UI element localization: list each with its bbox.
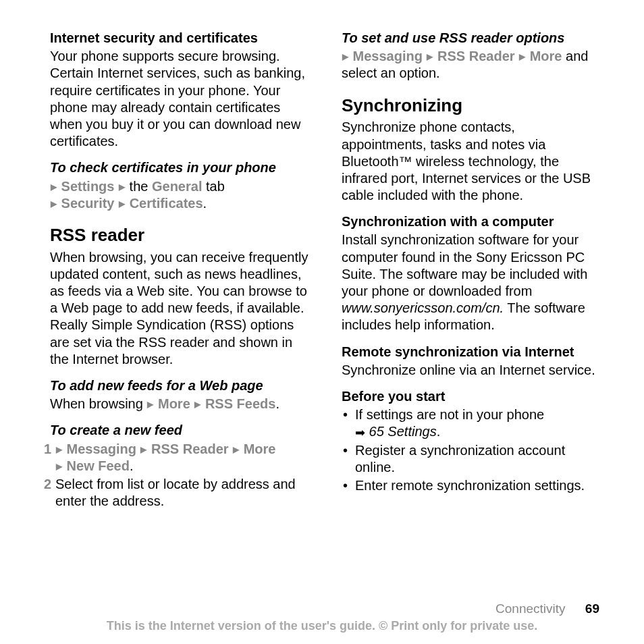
subheading-internet-security: Internet security and certificates [50, 30, 309, 47]
instr-heading-check-certs: To check certificates in your phone [50, 159, 309, 176]
list-item-text: Select from list or locate by address an… [55, 476, 309, 510]
text-period: . [203, 196, 207, 211]
list-item: 1 ▶ Messaging ▶ RSS Reader ▶ More ▶ New … [38, 441, 309, 475]
triangle-icon: ▶ [118, 182, 126, 192]
page-footer: Connectivity 69 This is the Internet ver… [0, 601, 644, 633]
nav-messaging: Messaging [353, 49, 423, 63]
text-url: www.sonyericsson.com/cn. [342, 300, 504, 315]
section-heading-rss: RSS reader [50, 224, 309, 246]
nav-path-create-feed: ▶ Messaging ▶ RSS Reader ▶ More ▶ New Fe… [55, 441, 309, 475]
body-rss-reader: When browsing, you can receive frequentl… [50, 249, 309, 368]
nav-more: More [158, 396, 190, 411]
nav-path-check-certs-2: ▶ Security ▶ Certificates. [50, 195, 309, 212]
nav-path-check-certs-1: ▶ Settings ▶ the General tab [50, 178, 309, 195]
body-internet-security: Your phone supports secure browsing. Cer… [50, 48, 309, 150]
body-remote-sync: Synchronize online via an Internet servi… [342, 362, 601, 379]
triangle-icon: ▶ [50, 182, 57, 192]
list-item: Enter remote synchronization settings. [355, 477, 601, 494]
triangle-icon: ▶ [50, 199, 57, 209]
triangle-icon: ▶ [140, 445, 147, 454]
list-item: If settings are not in your phone ➡ 65 S… [355, 406, 601, 440]
text-period: . [130, 458, 134, 473]
body-sync-computer: Install synchronization software for you… [342, 232, 601, 333]
nav-rss-reader: RSS Reader [437, 49, 515, 63]
nav-rss-feeds: RSS Feeds [205, 396, 275, 411]
nav-new-feed: New Feed [67, 458, 130, 473]
nav-path-add-feeds: When browsing ▶ More ▶ RSS Feeds. [50, 396, 309, 412]
text-when-browsing: When browsing [50, 396, 146, 411]
triangle-icon: ▶ [146, 400, 154, 409]
nav-more: More [244, 441, 276, 456]
nav-rss-reader: RSS Reader [151, 441, 229, 456]
instr-heading-rss-options: To set and use RSS reader options [342, 30, 601, 47]
list-item: 2 Select from list or locate by address … [38, 476, 309, 510]
text-period: . [275, 396, 279, 411]
nav-more: More [530, 49, 562, 63]
text-the: the [126, 179, 152, 194]
nav-general: General [152, 179, 202, 194]
nav-security: Security [61, 196, 115, 211]
triangle-icon: ▶ [55, 445, 63, 454]
text-period: . [437, 424, 441, 439]
right-column: To set and use RSS reader options ▶ Mess… [342, 30, 601, 511]
footer-section-name: Connectivity [495, 601, 566, 616]
subheading-sync-computer: Synchronization with a computer [342, 213, 601, 230]
list-item: Register a synchronization account onlin… [355, 442, 601, 476]
footer-page-info: Connectivity 69 [0, 601, 644, 616]
nav-certificates: Certificates [130, 196, 203, 211]
link-arrow-icon: ➡ [355, 425, 365, 441]
text-pre: Install synchronization software for you… [342, 232, 587, 298]
triangle-icon: ▶ [518, 52, 526, 61]
text-columns: Internet security and certificates Your … [50, 30, 601, 511]
triangle-icon: ▶ [342, 52, 349, 61]
page-root: Internet security and certificates Your … [0, 0, 644, 644]
triangle-icon: ▶ [55, 462, 63, 471]
bullet-list-before-start: If settings are not in your phone ➡ 65 S… [342, 406, 601, 494]
nav-path-rss-options: ▶ Messaging ▶ RSS Reader ▶ More and sele… [342, 48, 601, 82]
triangle-icon: ▶ [118, 199, 126, 209]
instr-heading-create-feed: To create a new feed [50, 422, 309, 439]
triangle-icon: ▶ [232, 445, 240, 454]
subheading-remote-sync: Remote synchronization via Internet [342, 344, 601, 360]
text-b1-pre: If settings are not in your phone [355, 407, 544, 422]
list-number-2: 2 [38, 476, 55, 510]
body-sync: Synchronize phone contacts, appointments… [342, 119, 601, 204]
link-65-settings: 65 Settings [369, 424, 437, 439]
footer-disclaimer: This is the Internet version of the user… [0, 619, 644, 633]
left-column: Internet security and certificates Your … [50, 30, 309, 511]
footer-page-number: 69 [585, 601, 599, 616]
instr-heading-add-feeds: To add new feeds for a Web page [50, 377, 309, 394]
nav-settings: Settings [61, 179, 115, 194]
section-heading-sync: Synchronizing [342, 95, 601, 117]
list-number-1: 1 [38, 441, 55, 475]
nav-messaging: Messaging [67, 441, 136, 456]
text-tab: tab [202, 179, 224, 194]
triangle-icon: ▶ [426, 52, 433, 61]
numbered-list-create-feed: 1 ▶ Messaging ▶ RSS Reader ▶ More ▶ New … [38, 441, 309, 510]
triangle-icon: ▶ [194, 400, 201, 409]
subheading-before-start: Before you start [342, 388, 601, 405]
